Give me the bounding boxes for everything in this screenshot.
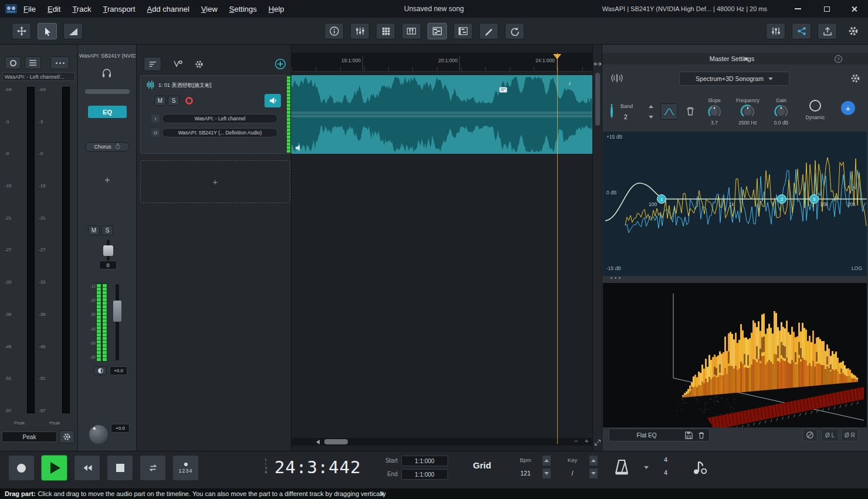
mixer-view-button[interactable]: [350, 23, 369, 39]
phase-right-button[interactable]: Ø R: [841, 429, 859, 441]
track-record-button[interactable]: [185, 97, 193, 104]
vertical-scroll-strip[interactable]: [592, 45, 602, 451]
part-tag-icon[interactable]: [499, 87, 507, 93]
track-mute-button[interactable]: M: [154, 96, 166, 106]
draw-tool-button[interactable]: [479, 23, 499, 39]
count-in-button[interactable]: 1234: [172, 455, 199, 481]
add-plugin-button[interactable]: +: [101, 175, 113, 186]
track-settings-button[interactable]: [191, 57, 207, 71]
gear-icon[interactable]: [850, 73, 860, 83]
grid-button[interactable]: Grid: [464, 460, 500, 470]
menu-item[interactable]: File: [23, 5, 36, 14]
share-button[interactable]: [792, 23, 811, 39]
bpm-down-button[interactable]: [542, 468, 551, 479]
chorus-plugin-button[interactable]: Chorus: [85, 142, 130, 151]
key-down-button[interactable]: [589, 468, 598, 479]
minimize-button[interactable]: [786, 0, 809, 18]
timeline-ruler[interactable]: 16:1:00020:1:00024:1:000: [291, 53, 592, 72]
move-tool-button[interactable]: [12, 23, 31, 39]
strip-slider[interactable]: [85, 89, 130, 94]
automation-button[interactable]: [169, 57, 187, 71]
zoom-in-button[interactable]: +: [585, 437, 588, 444]
record-button[interactable]: [8, 455, 35, 481]
aux-pan-button[interactable]: [94, 366, 107, 375]
play-button[interactable]: [41, 455, 67, 481]
trash-icon[interactable]: [697, 431, 706, 440]
scrollbar-handle[interactable]: [324, 439, 348, 444]
key-value[interactable]: /: [558, 470, 586, 477]
power-icon[interactable]: [116, 144, 120, 149]
horizontal-scrollbar[interactable]: − +: [291, 438, 592, 446]
strip-solo-button[interactable]: S: [101, 225, 113, 235]
eq-band-handle[interactable]: 1: [657, 194, 666, 204]
bpm-up-button[interactable]: [542, 455, 551, 466]
stop-button[interactable]: [107, 455, 133, 481]
meter-menu-button[interactable]: [25, 56, 41, 69]
audio-part[interactable]: ♪: [291, 75, 592, 154]
menu-item[interactable]: Help: [269, 5, 284, 14]
export-button[interactable]: [818, 23, 837, 39]
slope-knob[interactable]: [707, 104, 722, 119]
mixer-panel-button[interactable]: [766, 23, 785, 39]
swing-note-icon[interactable]: [691, 458, 707, 476]
gain-knob[interactable]: [774, 104, 789, 119]
scroll-left-icon[interactable]: [316, 440, 320, 444]
timesig-numerator[interactable]: 4: [660, 456, 671, 463]
menu-item[interactable]: Edit: [48, 5, 60, 14]
pan-knob[interactable]: [89, 425, 108, 444]
peak-mode-button[interactable]: Peak: [2, 431, 57, 442]
end-value[interactable]: 1:1:000: [401, 469, 448, 480]
track-solo-button[interactable]: S: [168, 96, 179, 106]
expand-icon[interactable]: [594, 439, 601, 446]
loop-button[interactable]: [140, 455, 166, 481]
panel-close-icon[interactable]: [744, 56, 748, 61]
track-monitor-button[interactable]: [265, 94, 281, 107]
band-power-button[interactable]: [611, 106, 613, 118]
metronome-icon[interactable]: [612, 457, 631, 478]
band-up-button[interactable]: [649, 105, 653, 108]
record-arm-button[interactable]: [5, 56, 21, 69]
save-icon[interactable]: [684, 431, 693, 440]
add-track-button[interactable]: [272, 57, 289, 71]
eq-band-handle[interactable]: 3: [809, 194, 819, 204]
menu-item[interactable]: Transport: [103, 5, 135, 14]
status-close-icon[interactable]: [379, 491, 384, 496]
trash-icon[interactable]: [685, 105, 696, 117]
eq-button[interactable]: EQ: [88, 106, 127, 118]
settings-button[interactable]: [843, 23, 863, 39]
analysis-mode-dropdown[interactable]: Spectrum+3D Sonogram: [679, 72, 789, 86]
band-shape-button[interactable]: [660, 103, 678, 120]
frequency-knob[interactable]: [740, 104, 755, 119]
menu-item[interactable]: Track: [72, 5, 91, 14]
bpm-value[interactable]: 121: [511, 470, 540, 477]
info-button[interactable]: [324, 23, 344, 39]
part-note-icon[interactable]: ♪: [568, 80, 571, 86]
piano-view-button[interactable]: [402, 23, 421, 39]
add-part-dropzone[interactable]: +: [140, 160, 290, 203]
maximize-button[interactable]: [815, 0, 839, 18]
close-button[interactable]: [842, 0, 866, 18]
aux-fader-handle[interactable]: [113, 301, 121, 322]
time-display[interactable]: 24:3:442: [274, 456, 373, 479]
volume-fader-handle[interactable]: [103, 245, 113, 256]
key-up-button[interactable]: [589, 455, 598, 466]
meter-more-button[interactable]: [50, 56, 69, 69]
meter-settings-button[interactable]: [59, 430, 74, 443]
help-button[interactable]: ?: [835, 55, 842, 63]
strip-mute-button[interactable]: M: [88, 225, 100, 235]
input-device-dropdown[interactable]: WasAPI: - Left channel: [162, 114, 278, 123]
dynamic-ring-icon[interactable]: [809, 100, 821, 112]
start-value[interactable]: 1:1:000: [401, 456, 448, 466]
track-header[interactable]: 1: 01 美酒戀歌[施文彬] M S I WasAPI: - Left cha…: [140, 75, 291, 154]
resize-horizontal-icon[interactable]: [594, 61, 602, 67]
pianoroll-view-button[interactable]: [428, 23, 447, 39]
fade-tool-button[interactable]: [63, 23, 83, 39]
drum-grid-view-button[interactable]: [376, 23, 395, 39]
panel-divider-handle[interactable]: [611, 277, 621, 279]
menu-item[interactable]: Settings: [229, 5, 257, 14]
track-sort-button[interactable]: [144, 57, 161, 71]
pianoroll-alt-view-button[interactable]: [453, 23, 473, 39]
eq-band-handle[interactable]: 2: [777, 194, 786, 204]
timesig-denominator[interactable]: 4: [660, 469, 671, 476]
output-device-dropdown[interactable]: WasAPI: SB241Y (... Definition Audio): [162, 128, 278, 137]
